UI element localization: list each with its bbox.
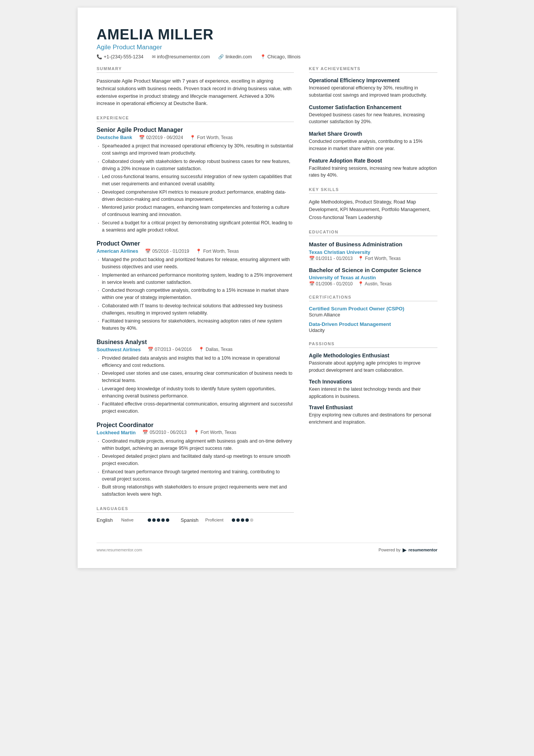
edu-1-school: Texas Christian University — [309, 249, 437, 255]
cert-2: Data-Driven Product Management Udacity — [309, 321, 437, 333]
location-value: Chicago, Illinois — [267, 54, 301, 59]
bullet-item: Spearheaded a project that increased ope… — [97, 142, 294, 157]
bullet-item: Developed user stories and use cases, en… — [97, 370, 294, 384]
achievement-4-title: Feature Adoption Rate Boost — [309, 158, 437, 164]
experience-section: EXPERIENCE Senior Agile Product Manager … — [97, 116, 294, 498]
achievement-4-desc: Facilitated training sessions, increasin… — [309, 165, 437, 179]
achievement-2-title: Customer Satisfaction Enhancement — [309, 104, 437, 110]
bullet-item: Secured a budget for a critical project … — [97, 219, 294, 234]
passions-section: PASSIONS Agile Methodologies Enthusiast … — [309, 341, 437, 426]
bullet-item: Managed the product backlog and prioriti… — [97, 256, 294, 271]
job-2-location: 📍 Fort Worth, Texas — [196, 249, 239, 254]
achievement-4: Feature Adoption Rate Boost Facilitated … — [309, 158, 437, 179]
pin-icon-3: 📍 — [198, 347, 204, 352]
brand-icon: ▶ — [403, 547, 407, 553]
summary-label: SUMMARY — [97, 66, 294, 73]
phone-value: +1-(234)-555-1234 — [104, 54, 144, 59]
edu-1-date: 📅 01/2011 - 01/2013 — [309, 256, 353, 261]
experience-label: EXPERIENCE — [97, 116, 294, 122]
lang-spanish-name: Spanish — [181, 517, 201, 523]
dot — [236, 518, 240, 522]
education-section: EDUCATION Master of Business Administrat… — [309, 230, 437, 286]
main-columns: SUMMARY Passionate Agile Product Manager… — [97, 66, 437, 531]
achievements-section: KEY ACHIEVEMENTS Operational Efficiency … — [309, 66, 437, 179]
bullet-item: Developed detailed project plans and fac… — [97, 453, 294, 467]
edu-1-meta: 📅 01/2011 - 01/2013 📍 Fort Worth, Texas — [309, 256, 437, 261]
achievement-2-desc: Developed business cases for new feature… — [309, 111, 437, 126]
dot — [232, 518, 235, 522]
candidate-name: AMELIA MILLER — [97, 27, 437, 43]
job-2-meta: American Airlines 📅 05/2016 - 01/2019 📍 … — [97, 248, 294, 254]
cal-icon: 📅 — [309, 256, 315, 261]
summary-section: SUMMARY Passionate Agile Product Manager… — [97, 66, 294, 107]
job-2: Product Owner American Airlines 📅 05/201… — [97, 240, 294, 332]
bullet-item: Facilitated training sessions for stakeh… — [97, 318, 294, 332]
dot — [245, 518, 249, 522]
job-1-bullets: Spearheaded a project that increased ope… — [97, 142, 294, 233]
linkedin-contact: 🔗 linkedin.com — [218, 54, 251, 59]
job-4-location: 📍 Fort Worth, Texas — [194, 430, 236, 435]
edu-1-degree: Master of Business Administration — [309, 241, 437, 248]
bullet-item: Mentored junior product managers, enhanc… — [97, 204, 294, 218]
dot — [166, 518, 169, 522]
job-4-company: Lockheed Martin — [97, 430, 136, 435]
edu-2-location: 📍 Austin, Texas — [358, 281, 392, 286]
bullet-item: Facilitated effective cross-departmental… — [97, 401, 294, 415]
footer: www.resumementor.com Powered by ▶ resume… — [97, 543, 437, 553]
job-1-meta: Deutsche Bank 📅 02/2019 - 06/2024 📍 Fort… — [97, 135, 294, 140]
job-3-bullets: Provided detailed data analysis and insi… — [97, 355, 294, 415]
passion-2-desc: Keen interest in the latest technology t… — [309, 386, 437, 400]
phone-contact: 📞 +1-(234)-555-1234 — [97, 54, 144, 59]
email-contact: ✉ info@resumementor.com — [152, 54, 210, 59]
lang-spanish-dots — [232, 518, 253, 522]
linkedin-value: linkedin.com — [225, 54, 251, 59]
bullet-item: Implemented an enhanced performance moni… — [97, 272, 294, 286]
edu-2: Bachelor of Science in Computer Science … — [309, 266, 437, 287]
lang-english-level: Native — [121, 518, 144, 522]
phone-icon: 📞 — [97, 54, 102, 59]
achievement-1: Operational Efficiency Improvement Incre… — [309, 77, 437, 99]
skills-section: KEY SKILLS Agile Methodologies, Product … — [309, 187, 437, 221]
email-value: info@resumementor.com — [157, 54, 210, 59]
achievement-3-title: Market Share Growth — [309, 131, 437, 137]
summary-text: Passionate Agile Product Manager with 7 … — [97, 77, 294, 107]
achievement-1-title: Operational Efficiency Improvement — [309, 77, 437, 83]
skills-text: Agile Methodologies, Product Strategy, R… — [309, 198, 437, 221]
bullet-item: Built strong relationships with stakehol… — [97, 484, 294, 498]
powered-by-text: Powered by — [378, 548, 400, 552]
lang-spanish-level: Proficient — [205, 518, 228, 522]
job-3-location: 📍 Dallas, Texas — [198, 347, 233, 352]
footer-website: www.resumementor.com — [97, 548, 142, 552]
dot — [161, 518, 165, 522]
cert-1-issuer: Scrum Alliance — [309, 312, 437, 318]
lang-spanish: Spanish Proficient — [181, 517, 253, 523]
job-4-title: Project Coordinator — [97, 422, 294, 429]
dot — [157, 518, 160, 522]
certifications-label: CERTIFICATIONS — [309, 295, 437, 301]
certifications-section: CERTIFICATIONS Certified Scrum Product O… — [309, 295, 437, 333]
job-3-meta: Southwest Airlines 📅 07/2013 - 04/2016 📍… — [97, 347, 294, 352]
achievements-label: KEY ACHIEVEMENTS — [309, 66, 437, 73]
bullet-item: Collaborated with IT teams to develop te… — [97, 302, 294, 317]
achievement-2: Customer Satisfaction Enhancement Develo… — [309, 104, 437, 126]
job-1-company: Deutsche Bank — [97, 135, 132, 140]
edu-1: Master of Business Administration Texas … — [309, 241, 437, 261]
job-1-date: 📅 02/2019 - 06/2024 — [139, 135, 183, 140]
dot — [152, 518, 156, 522]
job-1: Senior Agile Product Manager Deutsche Ba… — [97, 127, 294, 233]
location-icon: 📍 — [260, 54, 266, 59]
education-label: EDUCATION — [309, 230, 437, 236]
job-3-date: 📅 07/2013 - 04/2016 — [148, 347, 192, 352]
job-3-company: Southwest Airlines — [97, 347, 141, 352]
edu-2-degree: Bachelor of Science in Computer Science — [309, 266, 437, 274]
edu-1-location: 📍 Fort Worth, Texas — [358, 256, 401, 261]
bullet-item: Enhanced team performance through target… — [97, 468, 294, 483]
calendar-icon-3: 📅 — [148, 347, 153, 352]
bullet-item: Led cross-functional teams, ensuring suc… — [97, 173, 294, 188]
edu-2-date: 📅 01/2006 - 01/2010 — [309, 281, 353, 286]
passion-1: Agile Methodologies Enthusiast Passionat… — [309, 352, 437, 374]
passion-1-title: Agile Methodologies Enthusiast — [309, 352, 437, 358]
bullet-item: Conducted thorough competitive analysis,… — [97, 287, 294, 301]
pin-icon-edu2: 📍 — [358, 281, 364, 286]
job-2-company: American Airlines — [97, 248, 138, 254]
